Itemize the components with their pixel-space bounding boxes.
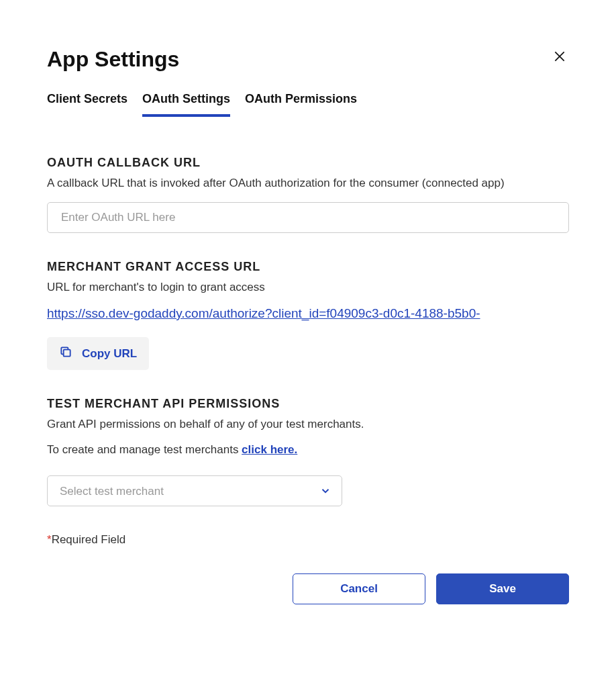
- test-merchant-help: To create and manage test merchants clic…: [47, 443, 569, 457]
- callback-title: OAUTH CALLBACK URL: [47, 156, 569, 170]
- required-asterisk: *: [47, 533, 52, 546]
- tab-client-secrets[interactable]: Client Secrets: [47, 92, 127, 117]
- tab-oauth-permissions[interactable]: OAuth Permissions: [245, 92, 357, 117]
- grant-section: MERCHANT GRANT ACCESS URL URL for mercha…: [47, 260, 569, 370]
- close-icon: [553, 55, 566, 65]
- test-merchant-select[interactable]: Select test merchant: [47, 475, 342, 506]
- copy-url-button[interactable]: Copy URL: [47, 337, 149, 370]
- test-merchant-help-prefix: To create and manage test merchants: [47, 443, 242, 456]
- copy-icon: [59, 345, 72, 362]
- test-permissions-section: TEST MERCHANT API PERMISSIONS Grant API …: [47, 397, 569, 506]
- required-field-note: *Required Field: [47, 533, 569, 547]
- grant-access-url-link[interactable]: https://sso.dev-godaddy.com/authorize?cl…: [47, 306, 569, 321]
- page-title: App Settings: [47, 47, 179, 72]
- test-permissions-title: TEST MERCHANT API PERMISSIONS: [47, 397, 569, 411]
- copy-url-label: Copy URL: [82, 347, 137, 361]
- close-button[interactable]: [550, 47, 569, 68]
- callback-section: OAUTH CALLBACK URL A callback URL that i…: [47, 156, 569, 233]
- tabs: Client Secrets OAuth Settings OAuth Perm…: [47, 92, 569, 117]
- footer-buttons: Cancel Save: [47, 573, 569, 604]
- cancel-button[interactable]: Cancel: [293, 573, 425, 604]
- svg-rect-2: [64, 350, 70, 357]
- test-merchant-help-link[interactable]: click here.: [242, 443, 297, 456]
- tab-oauth-settings[interactable]: OAuth Settings: [142, 92, 230, 117]
- save-button[interactable]: Save: [436, 573, 569, 604]
- grant-description: URL for merchant's to login to grant acc…: [47, 281, 569, 294]
- test-permissions-description: Grant API permissions on behalf of any o…: [47, 418, 569, 431]
- oauth-callback-input[interactable]: [47, 202, 569, 233]
- required-field-label: Required Field: [52, 533, 126, 546]
- callback-description: A callback URL that is invoked after OAu…: [47, 177, 569, 190]
- test-merchant-select-wrapper: Select test merchant: [47, 475, 342, 506]
- grant-title: MERCHANT GRANT ACCESS URL: [47, 260, 569, 274]
